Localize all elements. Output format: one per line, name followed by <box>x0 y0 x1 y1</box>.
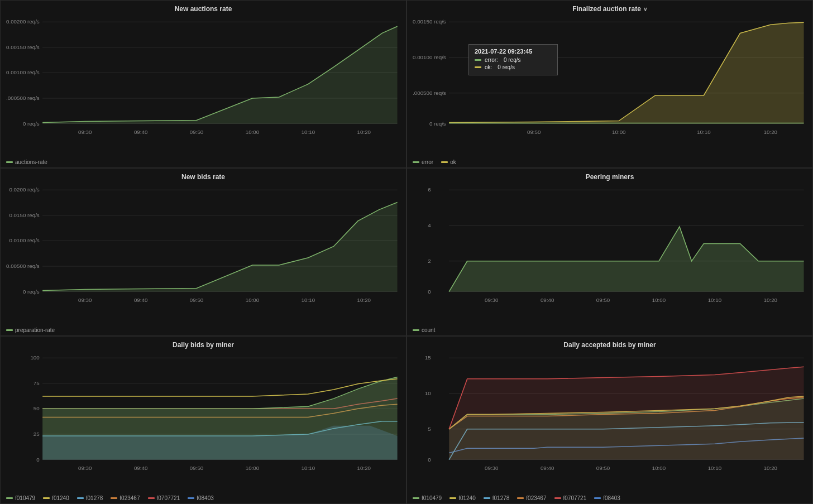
svg-text:10:10: 10:10 <box>302 465 315 471</box>
svg-text:0.00200 req/s: 0.00200 req/s <box>6 18 40 25</box>
legend-label-f08403: f08403 <box>197 495 214 501</box>
svg-text:09:50: 09:50 <box>596 465 610 471</box>
legend-color-f01240 <box>43 497 50 499</box>
svg-text:10:20: 10:20 <box>764 465 777 471</box>
svg-text:0.0150 req/s: 0.0150 req/s <box>9 212 40 218</box>
legend-color-auctions-rate <box>6 161 13 163</box>
legend-item-accepted-f08403: f08403 <box>594 495 620 501</box>
svg-text:09:40: 09:40 <box>541 465 554 471</box>
panel-title-new-bids-rate: New bids rate <box>6 173 400 181</box>
svg-text:09:40: 09:40 <box>134 129 147 135</box>
panel-title-daily-accepted-bids-by-miner: Daily accepted bids by miner <box>413 341 807 349</box>
svg-text:10:00: 10:00 <box>246 465 259 471</box>
legend-color-f010479 <box>6 497 13 499</box>
legend-color-accepted-f023467 <box>517 497 524 499</box>
panel-new-bids-rate: New bids rate 0.0200 req/s 0.0150 req/s … <box>0 168 406 336</box>
svg-text:10:10: 10:10 <box>302 129 315 135</box>
chart-area-peering-miners: 6 4 2 0 09:30 09:40 09:50 10:00 10:10 10… <box>413 184 807 309</box>
legend-color-count <box>413 329 419 331</box>
legend-label-f0707721: f0707721 <box>157 495 180 501</box>
legend-label-f010479: f010479 <box>15 495 35 501</box>
svg-text:10:10: 10:10 <box>708 297 721 303</box>
legend-daily-accepted-bids-by-miner: f010479 f01240 f01278 f023467 f0707721 f… <box>413 495 620 501</box>
svg-text:0.00100 req/s: 0.00100 req/s <box>6 70 40 76</box>
panel-daily-accepted-bids-by-miner: Daily accepted bids by miner 15 10 5 0 0… <box>406 336 813 504</box>
svg-text:0 req/s: 0 req/s <box>23 121 40 127</box>
legend-color-ok <box>441 161 448 163</box>
svg-text:0.000500 req/s: 0.000500 req/s <box>413 90 446 96</box>
legend-item-ok: ok <box>441 159 456 165</box>
panel-daily-bids-by-miner: Daily bids by miner 100 75 50 25 0 09:30… <box>0 336 406 504</box>
svg-text:09:50: 09:50 <box>190 465 203 471</box>
svg-text:0 req/s: 0 req/s <box>23 289 40 295</box>
panel-finalized-auction-rate: Finalized auction rate ∨ 0.00150 req/s 0… <box>406 0 813 168</box>
legend-item-preparation-rate: preparation-rate <box>6 327 55 333</box>
svg-text:10:00: 10:00 <box>612 129 625 135</box>
dashboard: New auctions rate 0.00200 req/s 0.00150 … <box>0 0 813 504</box>
legend-daily-bids-by-miner: f010479 f01240 f01278 f023467 f0707721 f… <box>6 495 214 501</box>
legend-item-f01278: f01278 <box>77 495 103 501</box>
svg-text:10:20: 10:20 <box>764 297 777 303</box>
chart-area-daily-accepted-bids-by-miner: 15 10 5 0 09:30 09:40 09:50 10:00 10:10 … <box>413 352 807 477</box>
legend-color-accepted-f010479 <box>413 497 419 499</box>
svg-text:0.00500 req/s: 0.00500 req/s <box>6 263 40 269</box>
legend-label-auctions-rate: auctions-rate <box>15 159 47 165</box>
legend-color-accepted-f08403 <box>594 497 601 499</box>
legend-item-accepted-f023467: f023467 <box>517 495 546 501</box>
legend-label-accepted-f0707721: f0707721 <box>563 495 587 501</box>
chart-area-daily-bids-by-miner: 100 75 50 25 0 09:30 09:40 09:50 10:00 1… <box>6 352 400 477</box>
svg-text:2: 2 <box>428 258 431 264</box>
svg-text:09:50: 09:50 <box>190 297 203 303</box>
chevron-down-icon[interactable]: ∨ <box>643 6 647 12</box>
svg-text:09:30: 09:30 <box>78 465 92 471</box>
legend-peering-miners: count <box>413 327 435 333</box>
svg-text:09:50: 09:50 <box>596 297 610 303</box>
legend-item-auctions-rate: auctions-rate <box>6 159 47 165</box>
svg-text:09:40: 09:40 <box>134 465 147 471</box>
legend-label-error: error <box>422 159 433 165</box>
svg-text:10:20: 10:20 <box>764 129 777 135</box>
svg-text:0 req/s: 0 req/s <box>429 121 446 127</box>
legend-label-accepted-f01278: f01278 <box>492 495 510 501</box>
legend-color-accepted-f01278 <box>484 497 490 499</box>
legend-label-f01278: f01278 <box>86 495 103 501</box>
svg-text:10:00: 10:00 <box>246 297 259 303</box>
chart-svg-new-auctions-rate: 0.00200 req/s 0.00150 req/s 0.00100 req/… <box>6 16 400 141</box>
svg-text:0: 0 <box>428 457 431 463</box>
legend-label-ok: ok <box>450 159 456 165</box>
svg-marker-29 <box>449 22 804 123</box>
legend-finalized-auction-rate: error ok <box>413 159 456 165</box>
svg-text:0: 0 <box>36 457 39 463</box>
legend-label-accepted-f08403: f08403 <box>603 495 620 501</box>
legend-new-bids-rate: preparation-rate <box>6 327 55 333</box>
chart-area-new-auctions-rate: 0.00200 req/s 0.00150 req/s 0.00100 req/… <box>6 16 400 141</box>
svg-text:10: 10 <box>425 390 431 396</box>
svg-text:10:10: 10:10 <box>697 129 710 135</box>
legend-color-f0707721 <box>148 497 155 499</box>
svg-text:100: 100 <box>30 354 39 361</box>
svg-marker-61 <box>449 227 804 292</box>
svg-text:09:30: 09:30 <box>78 129 92 135</box>
legend-color-preparation-rate <box>6 329 13 331</box>
chart-svg-daily-bids-by-miner: 100 75 50 25 0 09:30 09:40 09:50 10:00 1… <box>6 352 400 477</box>
panel-new-auctions-rate: New auctions rate 0.00200 req/s 0.00150 … <box>0 0 406 168</box>
legend-item-f0707721: f0707721 <box>148 495 180 501</box>
panel-title-finalized-auction-rate: Finalized auction rate ∨ <box>413 5 807 13</box>
legend-item-f08403: f08403 <box>188 495 214 501</box>
legend-color-accepted-f01240 <box>449 497 456 499</box>
svg-text:50: 50 <box>34 406 40 412</box>
svg-text:09:30: 09:30 <box>78 297 92 303</box>
legend-label-accepted-f010479: f010479 <box>422 495 442 501</box>
svg-marker-79 <box>42 377 397 460</box>
legend-item-error: error <box>413 159 433 165</box>
svg-text:0.0100 req/s: 0.0100 req/s <box>9 238 40 244</box>
svg-text:5: 5 <box>428 426 431 432</box>
svg-text:10:00: 10:00 <box>652 465 666 471</box>
legend-item-f023467: f023467 <box>111 495 140 501</box>
svg-text:09:30: 09:30 <box>485 465 498 471</box>
svg-text:10:00: 10:00 <box>652 297 666 303</box>
chart-area-finalized-auction-rate: 0.00150 req/s 0.00100 req/s 0.000500 req… <box>413 16 807 141</box>
legend-label-f023467: f023467 <box>119 495 140 501</box>
svg-text:75: 75 <box>34 380 40 386</box>
legend-item-accepted-f0707721: f0707721 <box>554 495 587 501</box>
